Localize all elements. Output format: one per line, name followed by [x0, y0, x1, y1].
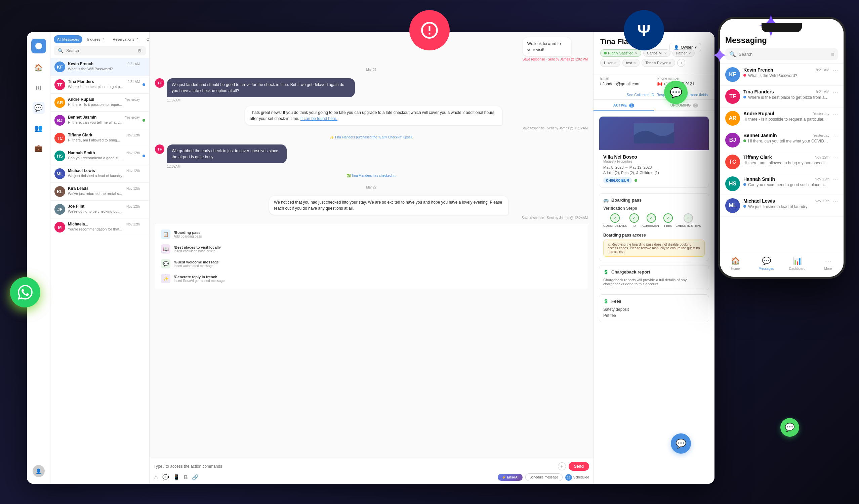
bubble-meta-top: Save response · Sent by James @ 3:02 PM [523, 58, 588, 61]
email-value: t.flanders@gmail.com [600, 82, 651, 86]
desktop-message-bubble[interactable]: 💬 [664, 81, 688, 104]
tag: Hiker✕ [600, 59, 620, 67]
phone-message-item[interactable]: HS Hannah Smith Nov 12th Can you recomme… [720, 173, 844, 195]
whatsapp-icon[interactable]: 📱 [173, 474, 180, 480]
phone-nav-dashboard[interactable]: 📊 Dashboard [782, 257, 813, 271]
quick-command-item[interactable]: ✨ /Generate reply in french Insert EnsoA… [157, 271, 585, 286]
sidebar-grid[interactable]: ⊞ [33, 82, 45, 94]
quick-command-item[interactable]: 📋 /Boarding pass Add boarding pass [157, 227, 585, 242]
tab-upcoming[interactable]: UPCOMING 0 [654, 100, 714, 110]
email-field-group: Email t.flanders@gmail.com [600, 77, 651, 86]
quick-commands: 📋 /Boarding pass Add boarding pass 📖 /Be… [155, 224, 588, 289]
vr-logo: Ψ [624, 10, 664, 50]
send-button[interactable]: Send [569, 462, 589, 471]
boarding-pass-title: 🚌 Boarding pass [603, 198, 705, 203]
sidebar: 🏠 ⊞ 💬 👥 💼 👤 [27, 32, 50, 484]
bubble-sent-2: Thats great news! If you do think your g… [245, 106, 502, 125]
tag: Tennis Player✕ [642, 59, 675, 67]
phone-message-item[interactable]: BJ Bennet Jasmin Yesterday Hi there, can… [720, 129, 844, 151]
app-logo[interactable] [31, 39, 46, 54]
message-item[interactable]: ML Michael Lewis Nov 12th We just finish… [50, 165, 149, 183]
search-input[interactable] [66, 48, 135, 53]
message-item[interactable]: JF Joe Flint Nov 12th We're going to be … [50, 201, 149, 218]
phone-nav-home[interactable]: 🏠 Home [720, 257, 751, 271]
whatsapp-float-button[interactable] [10, 277, 40, 307]
message-item[interactable]: KL Kira Leads Nov 12th We've just return… [50, 183, 149, 201]
system-msg-upsell: ✨ Tina Flanders purchased the "Early Che… [155, 135, 588, 139]
phone-mockup: Messaging 🔍 ≡ KF Kevin French 9:21 AM Wh… [718, 17, 846, 279]
sidebar-home[interactable]: 🏠 [33, 61, 45, 74]
message-item[interactable]: BJ Bennet Jasmin Yesterday Hi there, can… [50, 111, 149, 129]
phone-message-item[interactable]: TF Tina Flanders 9:21 AM Where is the be… [720, 86, 844, 108]
chat-input-area: + Send ⚠ 💬 📱 B 🔗 ⚡ EnsoAI Schedule messa… [150, 459, 593, 484]
phone-search-input[interactable] [739, 52, 828, 57]
search-icon: 🔍 [58, 48, 63, 54]
phone-message-item[interactable]: KF Kevin French 9:21 AM What is the Wifi… [720, 64, 844, 86]
add-button[interactable]: + [558, 462, 566, 470]
sidebar-briefcase[interactable]: 💼 [33, 142, 45, 154]
content-area: All Messages Inquires 4 Reservations 4 O… [50, 32, 714, 484]
ensoi-button[interactable]: ⚡ EnsoAI [498, 474, 522, 481]
tab-owners[interactable]: Owners [143, 35, 149, 43]
message-item[interactable]: HS Hannah Smith Nov 12th Can you recomme… [50, 147, 149, 165]
email-label: Email [600, 77, 651, 80]
phone-message-item[interactable]: TC Tiffany Clark Nov 12th Hi there, am I… [720, 151, 844, 173]
tab-active[interactable]: ACTIVE 1 [593, 100, 654, 110]
sidebar-people[interactable]: 👥 [33, 122, 45, 134]
message-item[interactable]: TC Tiffany Clark Nov 12th Hi there, am I… [50, 129, 149, 147]
messages-panel: All Messages Inquires 4 Reservations 4 O… [50, 32, 150, 484]
sent-msg-4: We noticed that you had just checked int… [155, 196, 588, 220]
phone-filter-icon[interactable]: ≡ [831, 51, 834, 58]
phone-message-item[interactable]: ML Michael Lewis Nov 12th We just finish… [720, 195, 844, 217]
phone-search-icon: 🔍 [729, 51, 736, 58]
message-item[interactable]: KF Kevin French 9:21 AM What is the Wifi… [50, 58, 149, 76]
chevron-down-icon: ▾ [695, 45, 697, 50]
booking-card: Villa Nel Bosco Magesta Properties May 8… [599, 116, 709, 188]
bubble-meta-3: 12:02AM [167, 165, 326, 168]
pet-fee: Pet fee [603, 313, 705, 318]
chat-icon[interactable]: 💬 [162, 474, 169, 480]
message-item[interactable]: TF Tina Flanders 9:21 AM Where is the be… [50, 76, 149, 94]
booking-image [599, 117, 709, 150]
owner-button[interactable]: 👤 Owner ▾ [669, 43, 701, 52]
schedule-button[interactable]: Schedule message [525, 473, 562, 481]
message-item[interactable]: AR Andre Rupaul Yesterday Hi there - Is … [50, 94, 149, 111]
phone-message-item[interactable]: AR Andre Rupaul Yesterday Hi there - Is … [720, 108, 844, 129]
airbnb-logo [409, 10, 450, 50]
user-avatar[interactable]: 👤 [33, 465, 45, 477]
person-icon: 👤 [674, 45, 679, 50]
tab-reservations[interactable]: Reservations 4 [109, 35, 142, 43]
quick-command-item[interactable]: 📖 /Best places to visit locally Insert k… [157, 242, 585, 256]
tab-all-messages[interactable]: All Messages [54, 35, 82, 43]
booking-dates: May 8, 2023 → May 12, 2023 [603, 165, 705, 169]
bold-icon[interactable]: B [184, 474, 188, 480]
desktop-chat-bubble[interactable]: 💬 [671, 433, 691, 454]
system-msg-checkin: ✅ Tina Flanders has checked-in. [155, 174, 588, 178]
phone-message-list: KF Kevin French 9:21 AM What is the Wifi… [720, 64, 844, 259]
phone-nav-more[interactable]: ··· More [813, 257, 844, 271]
fees-title: 💲 Fees [603, 299, 705, 304]
green-chat-bubble[interactable]: 💬 [780, 418, 799, 437]
chat-panel: We look forward to your visit! Save resp… [150, 32, 593, 484]
safety-deposit: Safety deposit [603, 307, 705, 312]
booking-info: Villa Nel Bosco Magesta Properties May 8… [599, 150, 709, 187]
chat-input[interactable] [154, 464, 555, 469]
chargeback-title: 💲 Chargeback report [603, 270, 705, 275]
bubble-meta-2: Save response · Sent by James @ 11:12AM [245, 126, 588, 130]
filter-icon[interactable]: ⚙ [137, 48, 142, 54]
add-tag-button[interactable]: + [677, 59, 685, 67]
verification-step: ✓ ID [630, 213, 639, 228]
tab-inquires[interactable]: Inquires 4 [84, 35, 108, 43]
alert-icon[interactable]: ⚠ [154, 474, 158, 480]
link-icon[interactable]: 🔗 [192, 474, 199, 480]
see-more-link[interactable]: See Collected ID, Response Time & 1 more… [593, 90, 714, 100]
message-item[interactable]: M Michaela... Nov 12th You're recommenda… [50, 218, 149, 236]
phone-nav-messages[interactable]: 💬 Messages [751, 257, 782, 271]
sent-message-top: We look forward to your visit! Save resp… [155, 37, 588, 61]
quick-command-item[interactable]: 💬 /Guest welcome message Insert automate… [157, 256, 585, 271]
verification-step: ✓ FEES [663, 213, 673, 228]
sent-msg-2: Thats great news! If you do think your g… [155, 106, 588, 130]
booking-guests: Adults (2), Pets (2), & Children (1) [603, 171, 705, 175]
sidebar-messages[interactable]: 💬 [33, 102, 45, 114]
bubble-sent-4: We noticed that you had just checked int… [269, 196, 508, 215]
